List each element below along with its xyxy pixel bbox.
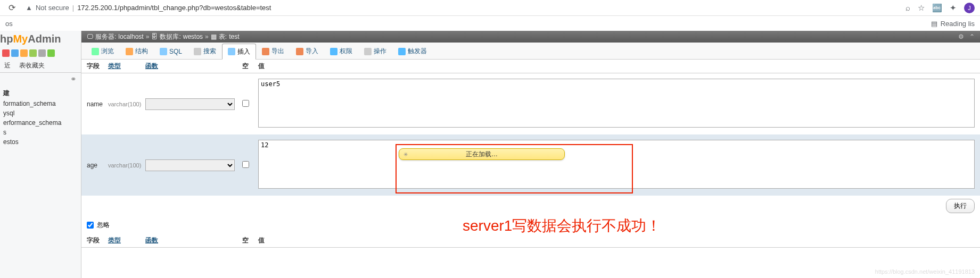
translate-icon[interactable]: 🔤 — [932, 3, 942, 13]
operations-icon — [364, 48, 372, 55]
home-icon[interactable] — [2, 49, 10, 57]
reload-icon[interactable]: ⟳ — [5, 2, 18, 14]
watermark: https://blog.csdn.net/weixin_41191813 — [875, 268, 975, 275]
header-type[interactable]: 类型 — [108, 62, 145, 71]
field-name: name — [87, 100, 108, 108]
tab-label: 搜索 — [203, 47, 216, 56]
breadcrumb-table-val[interactable]: test — [229, 33, 239, 40]
null-checkbox[interactable] — [242, 100, 249, 107]
tab-structure[interactable]: 结构 — [120, 44, 154, 59]
browser-address-bar: ⟳ ▲ Not secure | 172.25.200.1/phpadmin/t… — [0, 0, 980, 16]
extensions-icon[interactable]: ✦ — [950, 3, 957, 13]
tab-favorites[interactable]: 表收藏夹 — [15, 59, 49, 72]
breadcrumb-sep: » — [146, 33, 150, 40]
reload-nav-icon[interactable] — [47, 49, 55, 57]
gear-icon[interactable]: ⚙ — [958, 33, 964, 40]
function-select[interactable] — [145, 159, 235, 171]
warning-icon: ▲ — [26, 4, 32, 12]
loading-label: 正在加载… — [466, 150, 498, 159]
reading-list-label[interactable]: Reading lis — [941, 20, 975, 28]
sidebar-item-db[interactable]: formation_schema — [3, 99, 78, 108]
main-content: 🖵 服务器: localhost » 🗄 数据库: westos » ▦ 表: … — [81, 31, 980, 278]
field-function — [145, 159, 242, 171]
triggers-icon — [398, 48, 406, 55]
phpmyadmin-logo[interactable]: hpMyAdmin — [0, 31, 81, 47]
sidebar-item-db[interactable]: ysql — [3, 108, 78, 118]
header-function[interactable]: 函数 — [145, 62, 242, 71]
server-icon: 🖵 — [87, 33, 93, 40]
tab-search[interactable]: 搜索 — [188, 44, 222, 59]
separator: | — [72, 4, 74, 12]
header-value: 值 — [258, 236, 975, 245]
tab-label: 结构 — [135, 47, 148, 56]
url-text[interactable]: 172.25.200.1/phpadmin/tbl_change.php?db=… — [77, 4, 271, 12]
tab-operations[interactable]: 操作 — [358, 44, 392, 59]
content-tabs: 浏览 结构 SQL 搜索 插入 导出 导入 权限 操作 触发器 — [81, 43, 980, 60]
sidebar-db-list: 建 formation_schema ysql erformance_schem… — [0, 86, 81, 149]
sidebar-item-db[interactable]: erformance_schema — [3, 118, 78, 128]
header-type[interactable]: 类型 — [108, 236, 145, 245]
collapse-icon[interactable]: ⌃ — [969, 33, 975, 40]
logout-icon[interactable] — [11, 49, 19, 57]
field-value — [258, 140, 975, 190]
breadcrumb-db-val[interactable]: westos — [183, 33, 203, 40]
tab-export[interactable]: 导出 — [256, 44, 290, 59]
settings-icon[interactable] — [38, 49, 46, 57]
search-icon — [194, 48, 201, 55]
security-indicator[interactable]: ▲ Not secure — [26, 4, 69, 12]
header-null: 空 — [242, 236, 258, 245]
field-name: age — [87, 162, 108, 169]
tab-sql[interactable]: SQL — [154, 44, 188, 59]
value-textarea[interactable] — [258, 140, 975, 189]
tab-privileges[interactable]: 权限 — [324, 44, 358, 59]
insert-icon — [228, 48, 235, 55]
header-field: 字段 — [87, 236, 108, 245]
header-function[interactable]: 函数 — [145, 236, 242, 245]
not-secure-label: Not secure — [36, 4, 69, 12]
link-icon[interactable]: ⚭ — [0, 73, 81, 86]
field-value — [258, 79, 975, 129]
tab-label: 插入 — [237, 47, 250, 56]
tab-browse[interactable]: 浏览 — [86, 44, 120, 59]
sidebar-item-new[interactable]: 建 — [3, 88, 78, 99]
key-icon[interactable]: ⌕ — [905, 3, 910, 12]
tab-label: SQL — [169, 48, 182, 55]
breadcrumb-server-val[interactable]: localhost — [118, 33, 143, 40]
insert-table-header-2: 字段 类型 函数 空 值 — [81, 234, 980, 248]
ignore-checkbox[interactable] — [87, 222, 94, 229]
function-select[interactable] — [145, 98, 235, 110]
data-row: name varchar(100) — [81, 73, 980, 134]
tab-label: 导入 — [306, 47, 318, 56]
breadcrumb-server-label: 服务器: — [95, 32, 116, 41]
tab-triggers[interactable]: 触发器 — [392, 44, 433, 59]
profile-avatar[interactable]: J — [964, 3, 975, 13]
sidebar-item-db[interactable]: estos — [3, 137, 78, 147]
breadcrumb-db-label: 数据库: — [160, 32, 180, 41]
insert-table-header: 字段 类型 函数 空 值 — [81, 60, 980, 73]
sql-tab-icon — [160, 48, 167, 55]
loading-toast: 正在加载… — [399, 148, 565, 160]
sidebar-quick-icons — [0, 47, 81, 59]
reading-list-icon[interactable]: ▤ — [931, 20, 937, 28]
value-textarea[interactable] — [258, 79, 975, 128]
null-checkbox[interactable] — [242, 161, 249, 168]
table-icon: ▦ — [211, 33, 217, 40]
action-row: 执行 — [81, 196, 980, 216]
tab-insert[interactable]: 插入 — [222, 44, 256, 60]
tab-import[interactable]: 导入 — [290, 44, 324, 59]
execute-button[interactable]: 执行 — [946, 199, 975, 213]
sql-icon[interactable] — [20, 49, 28, 57]
tab-label: 触发器 — [408, 47, 427, 56]
docs-icon[interactable] — [29, 49, 37, 57]
data-row: age varchar(100) — [81, 134, 980, 196]
star-icon[interactable]: ☆ — [918, 3, 925, 13]
header-field: 字段 — [87, 62, 108, 71]
sidebar-item-db[interactable]: s — [3, 128, 78, 137]
logo-part2: My — [13, 33, 28, 45]
tab-label: 操作 — [374, 47, 386, 56]
structure-icon — [126, 48, 133, 55]
tab-recent[interactable]: 近 — [0, 59, 15, 72]
breadcrumb: 🖵 服务器: localhost » 🗄 数据库: westos » ▦ 表: … — [81, 31, 980, 43]
ignore-label: 忽略 — [97, 221, 110, 230]
field-type: varchar(100) — [108, 162, 145, 169]
